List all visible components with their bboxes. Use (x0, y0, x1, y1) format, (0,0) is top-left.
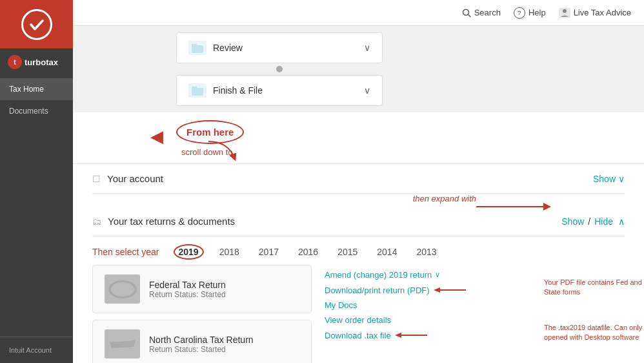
turbotax-icon: t (8, 55, 22, 69)
my-docs-link[interactable]: My Docs (325, 300, 466, 310)
left-arrow-icon: ◀ (150, 127, 163, 147)
download-print-row: Download/print return (PDF) (325, 285, 466, 295)
logo-text: turbotax (25, 57, 58, 67)
help-icon: ? (514, 7, 525, 19)
year-tab-2018[interactable]: 2018 (216, 245, 243, 258)
main-content: Search ? Help Live Tax Advice (73, 0, 644, 363)
sidebar-nav: Tax Home Documents (0, 76, 73, 337)
returns-and-actions: Federal Tax Return Return Status: Starte… (92, 265, 625, 363)
return-cards: Federal Tax Return Return Status: Starte… (92, 265, 312, 363)
timeline-dot (276, 66, 283, 72)
download-tax-row: Download .tax file (325, 330, 466, 340)
review-icon (188, 41, 206, 55)
download-tax-link[interactable]: Download .tax file (325, 331, 391, 340)
show-account-button[interactable]: Show ∨ (593, 174, 625, 184)
search-icon (462, 8, 471, 17)
help-action[interactable]: ? Help (514, 7, 546, 19)
federal-return-card: Federal Tax Return Return Status: Starte… (92, 265, 312, 313)
usa-map-svg (106, 278, 139, 300)
year-tab-2013[interactable]: 2013 (412, 245, 440, 258)
action-links: Amend (change) 2019 return ∨ Download/pr… (325, 267, 466, 343)
svg-rect-5 (192, 44, 197, 47)
pdf-arrow-svg (434, 285, 466, 295)
folder-send-icon (192, 85, 203, 96)
tax-returns-chevron: ∧ (618, 216, 625, 227)
nc-return-info: North Carolina Tax Return Return Status:… (149, 335, 254, 354)
review-step[interactable]: Review ∨ (176, 32, 383, 63)
show-hide-button[interactable]: Show / Hide ∧ (561, 216, 625, 227)
your-account-section: ☐ Your account Show ∨ (73, 164, 644, 194)
logo-row: t turbotax (0, 48, 73, 76)
download-print-link[interactable]: Download/print return (PDF) (325, 285, 430, 295)
tax-returns-icon: 🗂 (92, 216, 101, 227)
account-icon: ☐ (92, 174, 101, 184)
svg-marker-15 (395, 333, 401, 338)
show-account-chevron: ∨ (618, 174, 625, 184)
nc-map-svg (106, 333, 139, 355)
your-account-row: ☐ Your account Show ∨ (92, 164, 625, 194)
review-chevron: ∨ (364, 43, 370, 53)
pdf-note-annotation: Your PDF file contains Fed and State for… (544, 278, 644, 298)
year-tab-2019[interactable]: 2019 (174, 244, 204, 260)
finish-chevron: ∨ (364, 85, 370, 96)
header: Search ? Help Live Tax Advice (73, 0, 644, 26)
nc-return-card: North Carolina Tax Return Return Status:… (92, 320, 312, 363)
svg-point-10 (111, 282, 134, 296)
tax-note-annotation: The .tax2019 datafile. Can only be opene… (544, 323, 644, 343)
folder-icon (192, 43, 203, 53)
action-links-area: Amend (change) 2019 return ∨ Download/pr… (325, 265, 466, 363)
sidebar-item-documents[interactable]: Documents (0, 100, 73, 122)
logo-checkmark (21, 9, 52, 40)
svg-line-1 (468, 14, 470, 17)
finish-icon (188, 83, 206, 98)
expand-arrow-svg (476, 200, 554, 213)
svg-point-3 (563, 9, 567, 13)
then-expand-annotation: then expand with (413, 194, 476, 203)
search-action[interactable]: Search (462, 8, 501, 17)
checkmark-icon (28, 16, 46, 34)
federal-return-info: Federal Tax Return Return Status: Starte… (149, 280, 226, 299)
svg-marker-11 (110, 340, 136, 348)
amend-return-link[interactable]: Amend (change) 2019 return ∨ (325, 270, 466, 280)
svg-marker-13 (434, 287, 440, 293)
usa-map-icon (105, 275, 140, 304)
tax-returns-section: then expand with 🗂 Your tax returns & do… (73, 207, 644, 363)
person-icon (559, 8, 570, 18)
content-area: Review ∨ Finish & File (73, 26, 644, 363)
year-tab-2017[interactable]: 2017 (255, 245, 283, 258)
sidebar-footer: Intuit Account (0, 337, 73, 363)
tax-arrow-svg (395, 330, 427, 340)
year-tabs: Then select year 2019 2018 2017 2016 201… (92, 236, 625, 265)
year-tab-2015[interactable]: 2015 (334, 245, 361, 258)
svg-rect-7 (192, 87, 197, 89)
year-tab-2016[interactable]: 2016 (294, 245, 322, 258)
body-wrapper: ◀ From here scroll down to (73, 112, 644, 363)
curved-arrow-svg (202, 138, 241, 164)
amend-chevron: ∨ (435, 271, 440, 279)
view-order-link[interactable]: View order details (325, 315, 466, 325)
year-tab-2014[interactable]: 2014 (373, 245, 401, 258)
sidebar-item-tax-home[interactable]: Tax Home (0, 78, 73, 100)
nc-map-icon (105, 329, 140, 358)
live-advice-action[interactable]: Live Tax Advice (559, 8, 631, 18)
logo-area (0, 0, 73, 48)
sidebar: t turbotax Tax Home Documents Intuit Acc… (0, 0, 73, 363)
steps-section: Review ∨ Finish & File (73, 26, 644, 112)
finish-file-step[interactable]: Finish & File ∨ (176, 75, 383, 106)
